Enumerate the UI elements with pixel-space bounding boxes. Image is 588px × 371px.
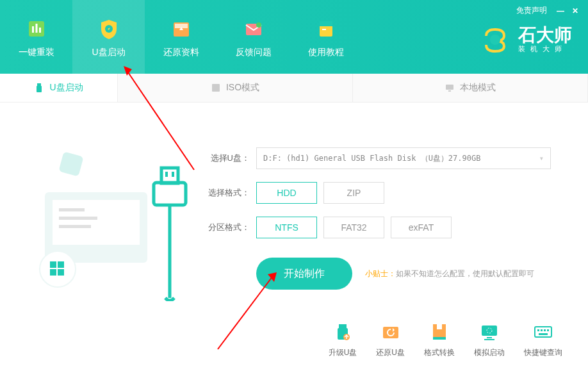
monitor-icon <box>445 83 455 93</box>
svg-rect-16 <box>446 85 453 90</box>
tool-shortcut[interactable]: 快捷键查询 <box>524 320 562 358</box>
svg-rect-19 <box>53 200 140 245</box>
nav-feedback[interactable]: 反馈问题 <box>217 0 290 74</box>
logo: 石大师 装机大师 <box>480 24 572 55</box>
nav-usb-boot[interactable]: U盘启动 <box>72 0 145 74</box>
form-area: 选择U盘： D:F: (hd1) General USB Flash Disk … <box>205 122 588 290</box>
svg-rect-48 <box>544 329 546 331</box>
svg-rect-49 <box>547 329 549 331</box>
tool-restore-usb[interactable]: 还原U盘 <box>376 320 405 358</box>
nav-reinstall[interactable]: 一键重装 <box>0 0 72 74</box>
convert-icon <box>428 320 451 343</box>
usb-icon <box>34 83 44 93</box>
svg-rect-1 <box>32 26 34 33</box>
nav-tutorial[interactable]: 使用教程 <box>290 0 362 74</box>
option-exfat[interactable]: exFAT <box>391 217 452 238</box>
option-fat32[interactable]: FAT32 <box>323 217 384 238</box>
tip-body: 如果不知道怎么配置，使用默认配置即可 <box>396 269 534 278</box>
tab-label: U盘启动 <box>49 82 83 94</box>
row-select-usb: 选择U盘： D:F: (hd1) General USB Flash Disk … <box>205 147 588 169</box>
svg-rect-30 <box>161 168 178 183</box>
svg-rect-46 <box>537 329 539 331</box>
tool-label: 格式转换 <box>424 347 455 358</box>
tab-local[interactable]: 本地模式 <box>353 74 588 102</box>
usb-restore-icon <box>379 320 402 343</box>
svg-rect-14 <box>37 86 42 92</box>
logo-icon <box>480 24 510 55</box>
svg-rect-15 <box>212 84 220 92</box>
tip-prefix: 小贴士： <box>365 269 396 278</box>
window-controls: — ✕ <box>557 6 578 15</box>
svg-rect-20 <box>59 208 85 211</box>
usb-illustration <box>26 122 192 301</box>
svg-point-12 <box>490 35 500 45</box>
tool-label: 快捷键查询 <box>524 347 562 358</box>
svg-rect-40 <box>437 324 442 329</box>
close-icon[interactable]: ✕ <box>572 6 578 15</box>
logo-title: 石大师 <box>518 26 572 44</box>
header: 一键重装 U盘启动 还原资料 反馈问题 使用教程 免责声明 — ✕ <box>0 0 588 74</box>
nav-label: 一键重装 <box>19 47 54 58</box>
tabs: U盘启动 ISO模式 本地模式 <box>0 74 588 103</box>
option-zip[interactable]: ZIP <box>323 182 384 204</box>
action-row: 开始制作 小贴士：如果不知道怎么配置，使用默认配置即可 <box>256 258 588 290</box>
tab-label: ISO模式 <box>226 82 259 94</box>
tool-simulate[interactable]: 模拟启动 <box>474 320 505 358</box>
simulate-icon <box>478 320 501 343</box>
usb-value: D:F: (hd1) General USB Flash Disk （U盘）27… <box>263 153 480 164</box>
bottom-tools: 升级U盘 还原U盘 格式转换 模拟启动 快捷键查询 <box>0 320 588 358</box>
svg-rect-21 <box>59 217 97 220</box>
row-format: 选择格式： HDD ZIP <box>205 182 588 204</box>
svg-rect-2 <box>35 24 37 33</box>
tool-label: 升级U盘 <box>329 347 357 358</box>
tip-text: 小贴士：如果不知道怎么配置，使用默认配置即可 <box>365 268 534 279</box>
nav-label: 使用教程 <box>308 47 344 58</box>
tool-convert[interactable]: 格式转换 <box>424 320 455 358</box>
content: 选择U盘： D:F: (hd1) General USB Flash Disk … <box>0 103 588 340</box>
nav-label: 反馈问题 <box>236 47 272 58</box>
logo-text: 石大师 装机大师 <box>518 26 572 54</box>
svg-rect-11 <box>322 29 326 30</box>
option-ntfs[interactable]: NTFS <box>256 217 317 238</box>
option-hdd[interactable]: HDD <box>256 182 317 204</box>
row-partition: 分区格式： NTFS FAT32 exFAT <box>205 217 588 238</box>
tool-upgrade-usb[interactable]: 升级U盘 <box>329 320 357 358</box>
svg-rect-50 <box>539 333 548 335</box>
svg-rect-45 <box>535 327 551 337</box>
tool-label: 模拟启动 <box>474 347 505 358</box>
usb-upgrade-icon <box>331 320 354 343</box>
tab-label: 本地模式 <box>460 82 496 94</box>
nav-restore[interactable]: 还原资料 <box>145 0 217 74</box>
tab-iso[interactable]: ISO模式 <box>118 74 353 102</box>
svg-rect-25 <box>58 261 64 268</box>
select-usb-label: 选择U盘： <box>205 153 250 164</box>
svg-point-8 <box>256 22 261 28</box>
minimize-icon[interactable]: — <box>557 6 564 15</box>
svg-rect-31 <box>165 172 168 177</box>
mail-icon <box>241 16 266 42</box>
keyboard-icon <box>532 320 555 343</box>
svg-rect-10 <box>320 21 332 26</box>
svg-rect-39 <box>433 337 446 340</box>
iso-icon <box>211 83 221 93</box>
restore-icon <box>168 16 194 42</box>
book-icon <box>313 16 339 42</box>
chevron-down-icon: ▾ <box>539 154 544 163</box>
usb-dropdown[interactable]: D:F: (hd1) General USB Flash Disk （U盘）27… <box>256 147 551 169</box>
svg-rect-44 <box>484 339 494 340</box>
start-button[interactable]: 开始制作 <box>256 258 352 290</box>
svg-rect-13 <box>37 83 41 86</box>
svg-rect-17 <box>448 90 451 92</box>
svg-rect-37 <box>383 327 398 338</box>
svg-rect-22 <box>59 225 91 228</box>
nav-label: 还原资料 <box>163 47 199 58</box>
svg-rect-24 <box>50 261 56 268</box>
svg-rect-34 <box>339 324 347 328</box>
svg-rect-27 <box>58 269 64 276</box>
logo-subtitle: 装机大师 <box>518 44 572 54</box>
disclaimer-link[interactable]: 免责声明 <box>516 5 547 16</box>
svg-rect-26 <box>50 269 56 276</box>
shield-icon <box>96 16 122 42</box>
header-right: 免责声明 — ✕ <box>516 5 578 16</box>
tab-usb-boot[interactable]: U盘启动 <box>0 74 118 102</box>
